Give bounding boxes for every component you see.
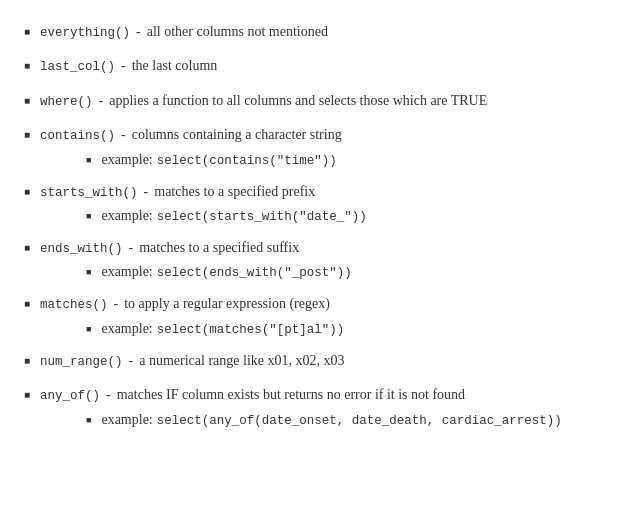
example-label-contains: example: [101, 152, 152, 168]
example-code-any_of: select(any_of(date_onset, date_death, ca… [157, 414, 562, 428]
item-text-num_range: num_range()-a numerical range like x01, … [40, 350, 344, 372]
item-text-any_of: any_of()-matches IF column exists but re… [40, 384, 465, 406]
item-row-everything: ■everything()-all other columns not ment… [24, 18, 616, 46]
item-code-where: where() [40, 92, 93, 112]
item-code-ends_with: ends_with() [40, 239, 123, 259]
bullet-icon-any_of: ■ [24, 389, 30, 400]
sub-item-starts_with: ■example:select(starts_with("date_")) [62, 208, 616, 224]
item-desc-last_col: the last column [132, 55, 218, 77]
item-dash-everything: - [136, 21, 141, 43]
sub-item-row-starts_with: ■example:select(starts_with("date_")) [62, 208, 616, 224]
list-item-starts_with: ■starts_with()-matches to a specified pr… [24, 178, 616, 228]
sub-item-matches: ■example:select(matches("[pt]al")) [62, 321, 616, 337]
list-item-num_range: ■num_range()-a numerical range like x01,… [24, 347, 616, 375]
item-text-everything: everything()-all other columns not menti… [40, 21, 328, 43]
item-desc-everything: all other columns not mentioned [147, 21, 328, 43]
item-desc-matches: to apply a regular expression (regex) [124, 293, 330, 315]
item-dash-last_col: - [121, 55, 126, 77]
item-row-num_range: ■num_range()-a numerical range like x01,… [24, 347, 616, 375]
example-code-starts_with: select(starts_with("date_")) [157, 210, 367, 224]
sub-item-row-any_of: ■example:select(any_of(date_onset, date_… [62, 412, 616, 428]
list-item-where: ■where()-applies a function to all colum… [24, 87, 616, 115]
item-row-ends_with: ■ends_with()-matches to a specified suff… [24, 234, 616, 262]
example-code-contains: select(contains("time")) [157, 154, 337, 168]
bullet-icon-num_range: ■ [24, 355, 30, 366]
item-desc-any_of: matches IF column exists but returns no … [117, 384, 465, 406]
bullet-icon-where: ■ [24, 95, 30, 106]
sub-item-row-matches: ■example:select(matches("[pt]al")) [62, 321, 616, 337]
item-text-ends_with: ends_with()-matches to a specified suffi… [40, 237, 299, 259]
item-desc-contains: columns containing a character string [132, 124, 342, 146]
item-row-any_of: ■any_of()-matches IF column exists but r… [24, 381, 616, 409]
item-code-matches: matches() [40, 295, 108, 315]
example-code-ends_with: select(ends_with("_post")) [157, 266, 352, 280]
bullet-icon-contains: ■ [24, 129, 30, 140]
item-code-any_of: any_of() [40, 386, 100, 406]
item-desc-num_range: a numerical range like x01, x02, x03 [139, 350, 344, 372]
sub-item-any_of: ■example:select(any_of(date_onset, date_… [62, 412, 616, 428]
main-list: ■everything()-all other columns not ment… [24, 18, 616, 438]
item-row-contains: ■contains()-columns containing a charact… [24, 121, 616, 149]
list-item-everything: ■everything()-all other columns not ment… [24, 18, 616, 46]
item-code-contains: contains() [40, 126, 115, 146]
item-code-num_range: num_range() [40, 352, 123, 372]
list-item-any_of: ■any_of()-matches IF column exists but r… [24, 381, 616, 431]
sub-item-row-ends_with: ■example:select(ends_with("_post")) [62, 264, 616, 280]
sub-bullet-icon-starts_with: ■ [86, 211, 91, 221]
item-dash-num_range: - [129, 350, 134, 372]
item-dash-matches: - [114, 293, 119, 315]
item-dash-ends_with: - [129, 237, 134, 259]
item-text-last_col: last_col()-the last column [40, 55, 217, 77]
example-code-matches: select(matches("[pt]al")) [157, 323, 345, 337]
item-code-starts_with: starts_with() [40, 183, 138, 203]
list-item-ends_with: ■ends_with()-matches to a specified suff… [24, 234, 616, 284]
sub-item-row-contains: ■example:select(contains("time")) [62, 152, 616, 168]
example-label-matches: example: [101, 321, 152, 337]
item-code-last_col: last_col() [40, 57, 115, 77]
sub-bullet-icon-any_of: ■ [86, 415, 91, 425]
bullet-icon-last_col: ■ [24, 60, 30, 71]
item-row-last_col: ■last_col()-the last column [24, 52, 616, 80]
item-row-starts_with: ■starts_with()-matches to a specified pr… [24, 178, 616, 206]
item-dash-any_of: - [106, 384, 111, 406]
sub-bullet-icon-matches: ■ [86, 324, 91, 334]
sub-item-contains: ■example:select(contains("time")) [62, 152, 616, 168]
item-text-contains: contains()-columns containing a characte… [40, 124, 342, 146]
bullet-icon-ends_with: ■ [24, 242, 30, 253]
bullet-icon-everything: ■ [24, 26, 30, 37]
sub-bullet-icon-ends_with: ■ [86, 267, 91, 277]
item-desc-where: applies a function to all columns and se… [109, 90, 487, 112]
item-dash-where: - [99, 90, 104, 112]
item-row-where: ■where()-applies a function to all colum… [24, 87, 616, 115]
item-desc-ends_with: matches to a specified suffix [139, 237, 299, 259]
item-text-starts_with: starts_with()-matches to a specified pre… [40, 181, 315, 203]
sub-item-ends_with: ■example:select(ends_with("_post")) [62, 264, 616, 280]
example-label-starts_with: example: [101, 208, 152, 224]
example-label-any_of: example: [101, 412, 152, 428]
item-code-everything: everything() [40, 23, 130, 43]
bullet-icon-starts_with: ■ [24, 186, 30, 197]
item-dash-starts_with: - [144, 181, 149, 203]
list-item-last_col: ■last_col()-the last column [24, 52, 616, 80]
item-dash-contains: - [121, 124, 126, 146]
sub-bullet-icon-contains: ■ [86, 155, 91, 165]
item-text-where: where()-applies a function to all column… [40, 90, 487, 112]
item-desc-starts_with: matches to a specified prefix [154, 181, 315, 203]
item-row-matches: ■matches()-to apply a regular expression… [24, 290, 616, 318]
example-label-ends_with: example: [101, 264, 152, 280]
list-item-matches: ■matches()-to apply a regular expression… [24, 290, 616, 340]
item-text-matches: matches()-to apply a regular expression … [40, 293, 330, 315]
list-item-contains: ■contains()-columns containing a charact… [24, 121, 616, 171]
bullet-icon-matches: ■ [24, 298, 30, 309]
